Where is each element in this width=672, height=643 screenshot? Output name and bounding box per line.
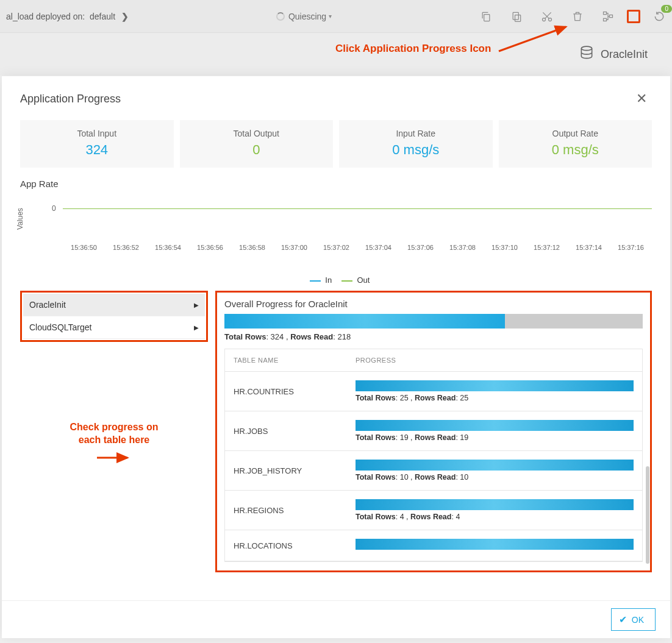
table-name-cell: HR.REGIONS (234, 506, 356, 515)
svg-rect-7 (610, 15, 613, 17)
progress-table: TABLE NAME PROGRESS HR.COUNTRIESTotal Ro… (224, 349, 643, 562)
x-tick: 15:36:56 (189, 244, 231, 251)
x-tick: 15:36:50 (63, 244, 105, 251)
table-name-cell: HR.LOCATIONS (234, 541, 356, 550)
check-icon: ✔ (619, 614, 627, 625)
chevron-right-icon[interactable]: ❯ (121, 12, 129, 21)
stat-label: Total Input (25, 129, 169, 138)
row-progress-text: Total Rows: 19 , Rows Read: 19 (356, 433, 634, 442)
application-progress-icon[interactable] (627, 10, 640, 23)
stat-value: 0 msg/s (504, 142, 648, 158)
x-tick: 15:36:54 (147, 244, 189, 251)
annotation-check-progress: Check progress on each table here (20, 421, 208, 447)
table-row: HR.LOCATIONS (225, 530, 642, 561)
row-progress-bar (356, 420, 634, 431)
chart-title: App Rate (20, 179, 652, 189)
legend-in: In (325, 275, 332, 285)
th-progress: PROGRESS (356, 357, 634, 364)
x-tick: 15:37:08 (441, 244, 484, 251)
legend-out: Out (357, 275, 370, 285)
table-progress-cell (356, 539, 634, 552)
tree-icon[interactable] (601, 10, 615, 23)
x-tick: 15:36:58 (231, 244, 273, 251)
x-tick: 15:37:06 (399, 244, 441, 251)
progress-detail-panel: Overall Progress for OracleInit Total Ro… (215, 291, 652, 572)
table-progress-cell: Total Rows: 4 , Rows Read: 4 (356, 499, 634, 521)
y-tick: 0 (52, 204, 56, 213)
chevron-right-icon: ▶ (194, 302, 199, 308)
table-row: HR.REGIONSTotal Rows: 4 , Rows Read: 4 (225, 491, 642, 530)
deploy-label: deployed on: (36, 12, 85, 21)
stat-label: Input Rate (344, 129, 488, 138)
annotation-arrow (20, 452, 208, 464)
deploy-prefix: al_load (6, 12, 34, 21)
svg-rect-6 (604, 18, 607, 21)
scrollbar[interactable] (646, 466, 649, 564)
annotation-click-icon: Click Application Progress Icon (335, 43, 569, 55)
svg-rect-2 (515, 15, 521, 21)
modal-footer: ✔ OK (2, 600, 670, 638)
status-text: Quiescing (288, 12, 326, 21)
row-progress-text: Total Rows: 10 , Rows Read: 10 (356, 473, 634, 481)
source-item[interactable]: CloudSQLTarget▶ (23, 316, 205, 339)
ok-button[interactable]: ✔ OK (611, 608, 656, 631)
source-item[interactable]: OracleInit▶ (23, 294, 205, 316)
database-icon (579, 45, 595, 64)
row-progress-bar (356, 460, 634, 471)
close-icon[interactable]: ✕ (631, 88, 652, 109)
table-progress-cell: Total Rows: 25 , Rows Read: 25 (356, 380, 634, 402)
x-tick: 15:37:12 (526, 244, 568, 251)
th-table-name: TABLE NAME (234, 357, 356, 364)
overall-progress-text: Total Rows: 324 , Rows Read: 218 (224, 332, 643, 341)
table-name-cell: HR.JOB_HISTORY (234, 466, 356, 475)
stat-value: 0 msg/s (344, 142, 488, 158)
application-progress-modal: Application Progress ✕ Total Input 324 T… (2, 76, 670, 638)
x-tick: 15:37:02 (315, 244, 357, 251)
stat-label: Output Rate (504, 129, 648, 138)
row-progress-text: Total Rows: 4 , Rows Read: 4 (356, 513, 634, 521)
status-dropdown[interactable]: Quiescing ▾ (129, 12, 479, 21)
chart-legend: In Out (20, 275, 652, 285)
deploy-breadcrumb: al_load deployed on: default ❯ (6, 12, 129, 21)
table-row: HR.JOBSTotal Rows: 19 , Rows Read: 19 (225, 411, 642, 451)
spinner-icon (276, 12, 285, 21)
legend-swatch-in (310, 280, 321, 282)
table-name-cell: HR.JOBS (234, 427, 356, 436)
svg-rect-1 (513, 12, 518, 20)
table-name-cell: HR.COUNTRIES (234, 387, 356, 396)
app-rate-chart: Values 0 15:36:5015:36:5215:36:5415:36:5… (20, 195, 652, 268)
notification-badge: 0 (661, 5, 672, 13)
row-progress-bar (356, 499, 634, 510)
overall-progress-bar (224, 314, 643, 329)
notifications-icon[interactable]: 0 (652, 10, 666, 23)
x-tick: 15:37:00 (273, 244, 315, 251)
node-name: OracleInit (601, 48, 648, 61)
x-tick: 15:37:04 (357, 244, 399, 251)
cut-icon[interactable] (540, 10, 554, 23)
stats-row: Total Input 324 Total Output 0 Input Rat… (20, 120, 652, 168)
overall-progress-title: Overall Progress for OracleInit (224, 299, 643, 309)
paste-icon[interactable] (510, 10, 523, 23)
table-progress-cell: Total Rows: 10 , Rows Read: 10 (356, 460, 634, 481)
stat-total-input: Total Input 324 (20, 120, 174, 168)
svg-rect-5 (604, 12, 607, 14)
source-list-panel: OracleInit▶CloudSQLTarget▶ Check progres… (20, 291, 208, 572)
stat-value: 0 (185, 142, 329, 158)
x-tick: 15:37:14 (568, 244, 610, 251)
stat-input-rate: Input Rate 0 msg/s (339, 120, 493, 168)
x-tick: 15:37:16 (610, 244, 652, 251)
chevron-down-icon: ▾ (329, 13, 332, 20)
table-row: HR.COUNTRIESTotal Rows: 25 , Rows Read: … (225, 372, 642, 411)
row-progress-bar (356, 380, 634, 391)
copy-icon[interactable] (479, 10, 493, 23)
source-name: OracleInit (29, 300, 66, 310)
svg-rect-0 (484, 14, 490, 21)
row-progress-bar (356, 539, 634, 550)
stat-total-output: Total Output 0 (180, 120, 334, 168)
stat-label: Total Output (185, 129, 329, 138)
trash-icon[interactable] (571, 10, 584, 23)
x-axis-ticks: 15:36:5015:36:5215:36:5415:36:5615:36:58… (63, 244, 652, 251)
stat-value: 324 (25, 142, 169, 158)
x-tick: 15:37:10 (484, 244, 526, 251)
table-row: HR.JOB_HISTORYTotal Rows: 10 , Rows Read… (225, 451, 642, 491)
